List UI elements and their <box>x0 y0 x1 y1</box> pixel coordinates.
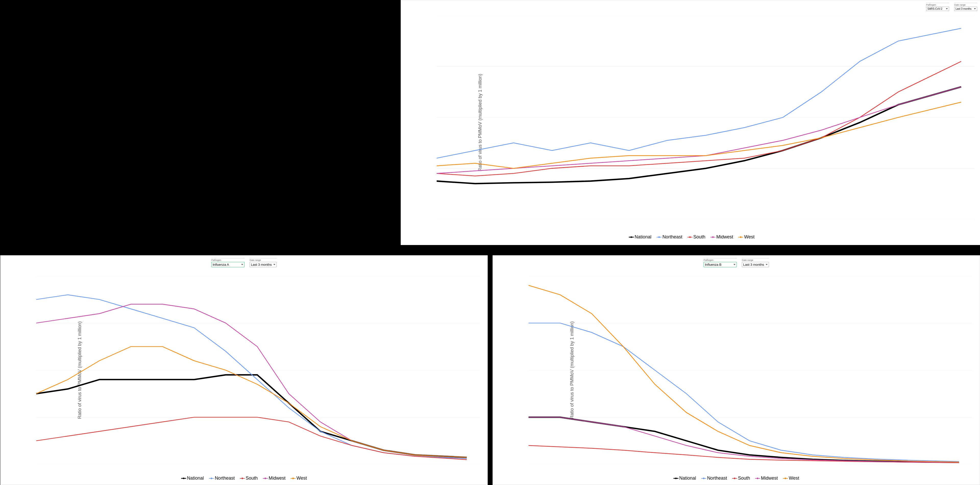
pathogen-control-top: Pathogen SARS-CoV-2 Influenza A Influenz… <box>926 3 949 11</box>
legend-midwest-bl: Midwest <box>263 475 286 481</box>
chart-bottom-right: Pathogen SARS-CoV-2 Influenza A Influenz… <box>493 255 980 485</box>
legend-midwest-top: Midwest <box>711 234 733 240</box>
svg-point-101 <box>785 478 786 479</box>
legend-northeast-top: Northeast <box>657 234 682 240</box>
date-range-select-br[interactable]: Last 3 months Last 6 months Last year Al… <box>742 262 769 267</box>
svg-point-61 <box>211 478 212 479</box>
legend-west-top: West <box>738 234 755 240</box>
pathogen-label-top: Pathogen <box>926 3 949 6</box>
svg-point-67 <box>293 478 294 479</box>
legend-br: National Northeast South Midwest West <box>673 475 799 481</box>
pathogen-label-br: Pathogen <box>703 258 737 261</box>
legend-national-bl: National <box>181 475 204 481</box>
date-range-control-top: Date range Last 3 months Last 6 months L… <box>954 3 977 11</box>
date-range-label-br: Date range <box>742 258 769 261</box>
svg-point-31 <box>712 236 714 238</box>
legend-national-top: National <box>629 234 652 240</box>
date-range-select-top[interactable]: Last 3 months Last 6 months Last year Al… <box>954 6 977 11</box>
legend-south-top: South <box>687 234 705 240</box>
chart-svg-bl: 0 20 40 60 80 04/06/24 04/13/24 04/20/24… <box>36 276 480 464</box>
pathogen-select-bl[interactable]: Influenza A SARS-CoV-2 Influenza B RSV <box>211 262 245 267</box>
svg-point-27 <box>659 236 660 238</box>
svg-point-93 <box>675 478 677 479</box>
pathogen-select-br[interactable]: SARS-CoV-2 Influenza A Influenza B RSV <box>703 262 737 267</box>
chart-bottom-left: Pathogen Influenza A SARS-CoV-2 Influenz… <box>0 255 488 485</box>
pathogen-control-bl: Pathogen Influenza A SARS-CoV-2 Influenz… <box>211 258 245 267</box>
legend-bl: National Northeast South Midwest West <box>181 475 307 481</box>
svg-point-65 <box>265 478 266 479</box>
chart-top: Pathogen SARS-CoV-2 Influenza A Influenz… <box>401 0 980 245</box>
svg-point-63 <box>242 478 243 479</box>
svg-point-99 <box>757 478 759 479</box>
pathogen-label-bl: Pathogen <box>211 258 245 261</box>
svg-point-59 <box>183 478 185 479</box>
svg-point-29 <box>689 236 691 238</box>
svg-point-97 <box>734 478 735 479</box>
svg-point-95 <box>703 478 705 479</box>
legend-top: National Northeast South Midwest West <box>629 234 755 240</box>
date-range-control-br: Date range Last 3 months Last 6 months L… <box>742 258 769 267</box>
pathogen-control-br: Pathogen SARS-CoV-2 Influenza A Influenz… <box>703 258 737 267</box>
date-range-select-bl[interactable]: Last 3 months Last 6 months Last year Al… <box>250 262 277 267</box>
legend-northeast-br: Northeast <box>701 475 727 481</box>
legend-midwest-br: Midwest <box>755 475 778 481</box>
date-range-label-top: Date range <box>954 3 977 6</box>
legend-south-br: South <box>732 475 750 481</box>
svg-point-33 <box>740 236 741 238</box>
legend-south-bl: South <box>240 475 258 481</box>
chart-svg-br: 0 25 50 75 100 04/06/24 04/13/24 04/20/2… <box>528 276 972 464</box>
svg-point-25 <box>631 236 632 238</box>
legend-northeast-bl: Northeast <box>209 475 235 481</box>
date-range-label-bl: Date range <box>250 258 277 261</box>
legend-west-br: West <box>783 475 799 481</box>
date-range-control-bl: Date range Last 3 months Last 6 months L… <box>250 258 277 267</box>
pathogen-select-top[interactable]: SARS-CoV-2 Influenza A Influenza B RSV <box>926 6 949 11</box>
legend-west-bl: West <box>291 475 307 481</box>
chart-svg-top: 0 200 400 600 800 04/06/24 04/13/24 04/2… <box>437 16 975 219</box>
legend-national-br: National <box>673 475 696 481</box>
